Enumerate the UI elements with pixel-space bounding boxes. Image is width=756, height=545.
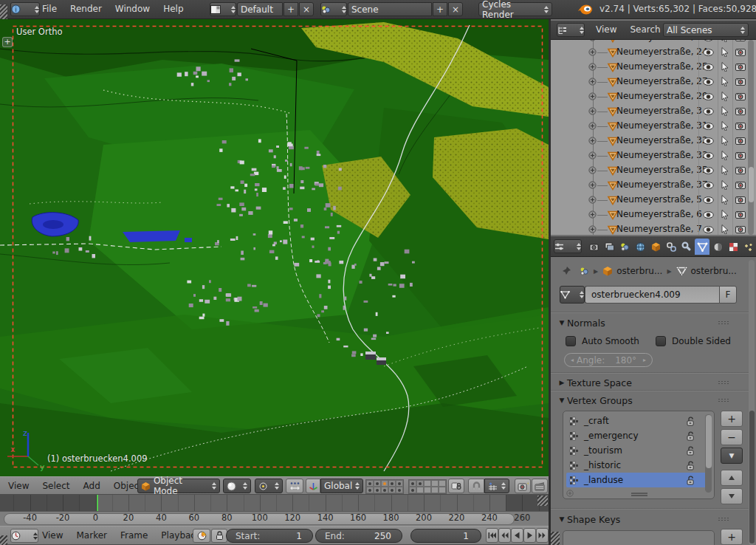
corner-resize-handle[interactable] <box>551 532 560 545</box>
scene-name-field[interactable]: Scene <box>348 2 432 16</box>
selectability-cursor-icon[interactable] <box>721 40 729 42</box>
object-name-label[interactable]: Neumeyerstraße, 32 <box>616 135 708 145</box>
visibility-eye-icon[interactable] <box>703 167 714 174</box>
renderability-camera-icon[interactable] <box>735 137 746 145</box>
menu-help[interactable]: Help <box>157 0 190 19</box>
lock-icon[interactable] <box>686 417 695 426</box>
tab-texture[interactable] <box>726 239 740 255</box>
lock-icon[interactable] <box>686 431 695 441</box>
mesh-data-icon[interactable] <box>676 266 687 276</box>
menu-file[interactable]: File <box>35 0 63 19</box>
tab-object[interactable] <box>648 239 663 255</box>
properties-scrollbar-track[interactable] <box>749 260 755 545</box>
layer-cell[interactable] <box>424 487 431 493</box>
render-engine-select[interactable]: Cycles Render <box>478 2 552 16</box>
menu-window[interactable]: Window <box>109 0 157 19</box>
menu-view[interactable]: View <box>35 527 69 545</box>
renderability-camera-icon[interactable] <box>735 151 746 160</box>
outliner-filter-select[interactable]: All Scenes <box>663 23 749 37</box>
visibility-eye-icon[interactable] <box>703 64 714 71</box>
pin-icon[interactable] <box>561 266 571 276</box>
add-vertex-group-button[interactable]: + <box>721 411 743 427</box>
outliner-item[interactable]: Neumeyerstraße, 6 <box>551 208 756 222</box>
mode-select[interactable]: Object Mode <box>137 479 220 493</box>
outliner-item[interactable]: Neumeyerstraße, 23 <box>551 40 756 45</box>
delete-scene-button[interactable]: × <box>448 2 463 16</box>
lock-frame-button[interactable] <box>211 529 227 543</box>
menu-marker[interactable]: Marker <box>69 527 113 545</box>
outliner-item[interactable]: Neumeyerstraße, 5 <box>551 193 756 208</box>
visibility-eye-icon[interactable] <box>703 182 714 189</box>
layer-cell[interactable] <box>409 487 416 493</box>
expand-toggle-icon[interactable] <box>588 92 597 100</box>
expand-toggle-icon[interactable] <box>588 63 597 71</box>
layer-cell[interactable] <box>439 480 446 487</box>
corner-resize-handle[interactable] <box>0 535 7 545</box>
panel-grip-icon[interactable] <box>718 321 729 325</box>
vgroup-scrollbar-track[interactable] <box>705 414 712 493</box>
menu-render[interactable]: Render <box>63 0 109 19</box>
outliner-item[interactable]: Neumeyerstraße, 31 <box>551 119 756 134</box>
lock-icon[interactable] <box>686 461 695 470</box>
outliner-item[interactable]: Neumeyerstraße, 24 <box>551 45 756 60</box>
object-name-label[interactable]: Neumeyerstraße, 5 <box>616 194 702 205</box>
menu-select[interactable]: Select <box>35 477 76 496</box>
vertex-group-item[interactable]: _tourism <box>566 443 711 458</box>
add-screen-layout-button[interactable]: + <box>284 2 298 16</box>
tab-material[interactable] <box>710 239 725 255</box>
frame-end-field[interactable]: End: 250 <box>315 529 402 543</box>
next-keyframe-button[interactable] <box>536 528 549 543</box>
panel-grip-icon[interactable] <box>718 380 729 385</box>
object-name-label[interactable]: Neumeyerstraße, 7 <box>616 224 702 234</box>
jump-to-start-button[interactable] <box>486 528 498 543</box>
object-cube-icon[interactable] <box>602 266 613 276</box>
outliner-item[interactable]: Neumeyerstraße, 33 <box>551 148 756 163</box>
object-name-label[interactable]: Neumeyerstraße, 33 <box>616 150 708 160</box>
expand-toggle-icon[interactable] <box>588 137 597 145</box>
object-name-label[interactable]: Neumeyerstraße, 35 <box>616 165 708 175</box>
layer-cell[interactable] <box>374 487 381 493</box>
prev-keyframe-button[interactable] <box>498 528 511 543</box>
selectability-cursor-icon[interactable] <box>721 165 729 175</box>
scene-dot-icon[interactable] <box>579 267 589 276</box>
tab-scene[interactable] <box>617 239 632 255</box>
layer-cell[interactable] <box>431 480 439 487</box>
mesh-datablock-selector[interactable] <box>560 286 585 304</box>
add-scene-button[interactable]: + <box>433 2 447 16</box>
object-name-label[interactable]: Neumeyerstraße, 24 <box>616 47 708 57</box>
outliner-item[interactable]: Neumeyerstraße, 37 <box>551 178 756 193</box>
pivot-select[interactable] <box>255 479 283 493</box>
visibility-eye-icon[interactable] <box>703 211 714 219</box>
manipulator-toggle[interactable] <box>286 479 303 493</box>
renderability-camera-icon[interactable] <box>735 166 746 174</box>
tab-modifiers[interactable] <box>679 239 694 255</box>
renderability-camera-icon[interactable] <box>735 48 746 56</box>
panel-header-vertex-groups[interactable]: ▼ Vertex Groups <box>551 392 749 408</box>
lock-icon[interactable] <box>686 476 695 485</box>
selectability-cursor-icon[interactable] <box>721 47 729 57</box>
lock-icon[interactable] <box>686 446 695 456</box>
editor-type-selector[interactable] <box>557 23 585 37</box>
panel-grip-icon[interactable] <box>718 398 729 402</box>
renderability-camera-icon[interactable] <box>735 78 746 86</box>
outliner-item[interactable]: Neumeyerstraße, 3 <box>551 104 756 119</box>
outliner-item[interactable]: Neumeyerstraße, 35 <box>551 163 756 178</box>
layer-cell[interactable] <box>396 487 403 493</box>
outliner-item[interactable]: Neumeyerstraße, 7 <box>551 222 756 235</box>
snap-toggle[interactable] <box>468 479 484 493</box>
delete-screen-layout-button[interactable]: × <box>299 2 314 16</box>
panel-grip-icon[interactable] <box>718 517 729 521</box>
current-frame-field[interactable]: 1 <box>410 529 481 543</box>
renderability-camera-icon[interactable] <box>735 63 746 71</box>
expand-toggle-icon[interactable] <box>588 122 597 130</box>
selectability-cursor-icon[interactable] <box>721 121 729 131</box>
object-name-label[interactable]: Neumeyerstraße, 6 <box>616 209 702 219</box>
renderability-camera-icon[interactable] <box>735 122 746 130</box>
tab-render[interactable] <box>586 239 601 255</box>
layer-cell[interactable] <box>424 480 431 487</box>
layer-cell[interactable] <box>431 487 439 493</box>
vgroup-scrollbar-thumb[interactable] <box>706 415 712 468</box>
screen-layout-icon-button[interactable] <box>210 2 236 16</box>
outliner-item[interactable]: Neumeyerstraße, 29 <box>551 89 756 104</box>
expand-toggle-icon[interactable] <box>588 210 597 219</box>
